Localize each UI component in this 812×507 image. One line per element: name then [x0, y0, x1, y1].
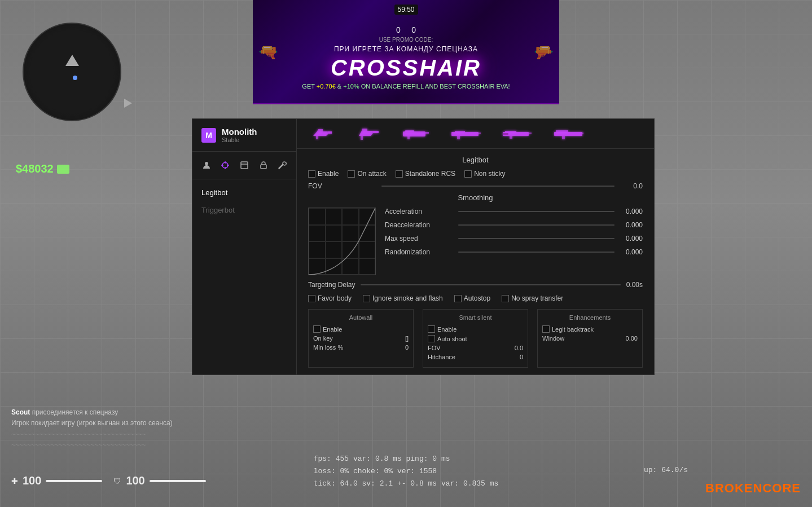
weapon-tabs — [297, 119, 654, 149]
acceleration-label: Acceleration — [385, 208, 453, 215]
autowall-enable-box[interactable] — [313, 325, 321, 333]
up-stat: up: 64.0/s — [644, 466, 688, 474]
smart-silent-enable-box[interactable] — [428, 325, 435, 333]
banner-content: 59:50 0 0 USE PROMO CODE: ПРИ ИГРЕТЕ ЗА … — [253, 0, 559, 103]
radar-dot — [73, 76, 77, 80]
weapon-tab-pistol2[interactable] — [352, 124, 386, 144]
bottom-panels: Autowall Enable On key [] Min loss % 0 — [308, 309, 643, 368]
window-label: Window — [542, 335, 564, 342]
svg-rect-6 — [241, 162, 248, 169]
randomization-slider[interactable] — [458, 252, 615, 253]
svg-rect-10 — [361, 136, 363, 140]
banner-gun-right: 🔫 — [534, 42, 554, 61]
smart-silent-auto-shoot-checkbox[interactable]: Auto shoot — [428, 335, 467, 342]
weapon-tab-rifle3[interactable] — [548, 125, 589, 143]
deacceleration-row: Deacceleration 0.000 — [385, 221, 643, 229]
svg-rect-26 — [562, 136, 565, 139]
favor-body-box[interactable] — [308, 295, 315, 302]
autowall-on-key-label: On key — [313, 335, 333, 342]
autostop-checkbox[interactable]: Autostop — [454, 294, 490, 302]
window-value: 0.00 — [626, 335, 638, 342]
max-speed-value: 0.000 — [620, 235, 643, 243]
sidebar-icon-wrench[interactable] — [274, 157, 290, 173]
targeting-delay-slider[interactable] — [361, 284, 620, 285]
smoothing-title: Smoothing — [308, 193, 643, 202]
sidebar-icon-crosshair[interactable] — [217, 157, 233, 173]
smoothing-graph — [308, 208, 376, 275]
svg-rect-25 — [556, 130, 568, 133]
weapon-tab-pistol1[interactable] — [306, 124, 340, 144]
health-icon: ✚ — [11, 477, 18, 486]
sidebar-menu: Legitbot Triggerbot — [192, 179, 296, 223]
max-speed-label: Max speed — [385, 235, 453, 243]
smart-silent-auto-shoot-box[interactable] — [428, 335, 435, 342]
smart-silent-hitchance-label: Hitchance — [428, 354, 455, 360]
sidebar-menu-triggerbot[interactable]: Triggerbot — [192, 201, 296, 219]
standalone-rcs-label: Standalone RCS — [405, 170, 455, 178]
autostop-box[interactable] — [454, 295, 462, 302]
autowall-enable-row: Enable — [313, 325, 409, 333]
svg-rect-9 — [316, 136, 318, 139]
max-speed-row: Max speed 0.000 — [385, 235, 643, 243]
sidebar-menu-legitbot[interactable]: Legitbot — [192, 184, 296, 201]
acceleration-slider[interactable] — [458, 211, 615, 212]
weapon-tab-smg[interactable] — [397, 125, 434, 143]
autowall-enable-checkbox[interactable]: Enable — [313, 325, 342, 333]
enable-row: Enable On attack Standalone RCS Non stic… — [308, 170, 643, 178]
no-spray-transfer-checkbox[interactable]: No spray transfer — [502, 294, 563, 302]
svg-rect-22 — [529, 133, 532, 134]
banner-title: CROSSHAIR — [331, 55, 481, 81]
armor-icon: 🛡 — [113, 477, 121, 486]
on-attack-checkbox[interactable]: On attack — [348, 170, 386, 178]
targeting-delay-value: 0.00s — [626, 281, 643, 289]
no-spray-transfer-box[interactable] — [502, 295, 509, 302]
weapon-tab-rifle2[interactable] — [497, 125, 537, 143]
smart-silent-auto-shoot-row: Auto shoot — [428, 335, 523, 342]
targeting-delay-row: Targeting Delay 0.00s — [308, 281, 643, 289]
banner-promo-code: ПРИ ИГРЕТЕ ЗА КОМАНДУ СПЕЦНАЗА — [334, 45, 478, 53]
enable-checkbox-box[interactable] — [308, 170, 315, 178]
enable-checkbox[interactable]: Enable — [308, 170, 339, 178]
smoothing-section: Acceleration 0.000 Deacceleration 0.000 … — [308, 208, 643, 275]
legit-backtrack-box[interactable] — [542, 325, 550, 333]
legit-backtrack-checkbox[interactable]: Legit backtrack — [542, 325, 594, 333]
randomization-label: Randomization — [385, 248, 453, 256]
legit-backtrack-label: Legit backtrack — [552, 326, 594, 333]
svg-point-0 — [205, 162, 208, 165]
money-value: $48032 — [16, 162, 54, 175]
ignore-smoke-flash-checkbox[interactable]: Ignore smoke and flash — [363, 294, 443, 302]
sidebar-icon-person[interactable] — [199, 157, 214, 173]
banner-subtitle: GET +0.70€ & +10% ON BALANCE REFILL AND … — [302, 83, 510, 90]
money-icon — [57, 165, 69, 174]
hud-health: ✚ 100 — [11, 474, 102, 487]
deacceleration-label: Deacceleration — [385, 221, 453, 229]
ignore-smoke-flash-box[interactable] — [363, 295, 370, 302]
svg-rect-15 — [451, 132, 479, 136]
deacceleration-slider[interactable] — [458, 224, 615, 226]
fov-slider[interactable] — [381, 186, 615, 187]
sidebar-icon-box[interactable] — [236, 157, 252, 173]
smart-silent-auto-shoot-label: Auto shoot — [437, 336, 467, 342]
autowall-min-loss-value: 0 — [405, 344, 409, 351]
non-sticky-box[interactable] — [464, 170, 472, 178]
sidebar-icon-lock[interactable] — [256, 157, 271, 173]
on-attack-checkbox-box[interactable] — [348, 170, 355, 178]
banner-gun-left: 🔫 — [258, 42, 278, 61]
randomization-row: Randomization 0.000 — [385, 248, 643, 256]
smart-silent-enable-checkbox[interactable]: Enable — [428, 325, 457, 333]
smart-silent-panel: Smart silent Enable Auto shoot — [423, 309, 528, 368]
smart-silent-fov-value: 0.0 — [515, 345, 523, 351]
autowall-panel: Autowall Enable On key [] Min loss % 0 — [308, 309, 414, 368]
weapon-tab-rifle1[interactable] — [446, 125, 486, 143]
sidebar-icons — [192, 152, 296, 179]
standalone-rcs-checkbox[interactable]: Standalone RCS — [396, 170, 455, 178]
non-sticky-checkbox[interactable]: Non sticky — [464, 170, 505, 178]
radar-arrow — [124, 99, 132, 108]
autowall-min-loss-row: Min loss % 0 — [313, 344, 409, 351]
standalone-rcs-box[interactable] — [396, 170, 403, 178]
smart-silent-fov-row: FOV 0.0 — [428, 345, 523, 351]
autowall-on-key-value: [] — [405, 335, 409, 342]
max-speed-slider[interactable] — [458, 238, 615, 239]
sidebar-logo-letter: M — [205, 131, 212, 140]
favor-body-checkbox[interactable]: Favor body — [308, 294, 352, 302]
